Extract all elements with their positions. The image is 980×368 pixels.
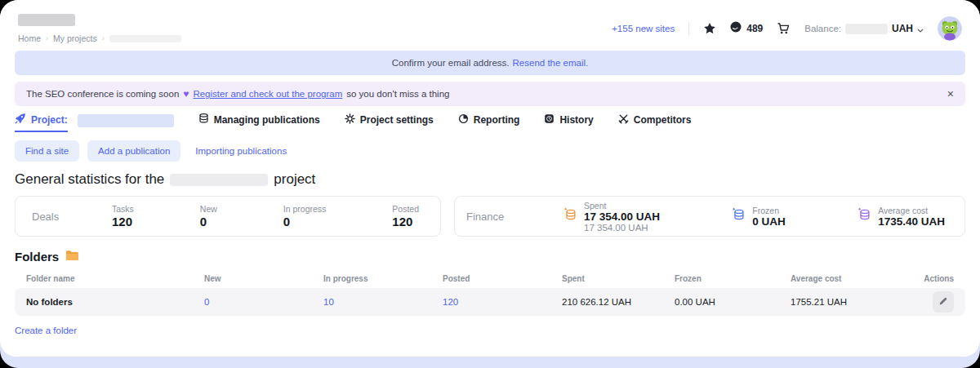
logo-redacted[interactable] — [18, 14, 75, 26]
deals-stat-new: New 0 — [200, 204, 217, 228]
tab-project[interactable]: Project: — [15, 113, 174, 132]
heading-text-before: General statistics for the — [15, 171, 164, 188]
stat-value: 0 UAH — [752, 215, 786, 228]
finance-stat-frozen: Frozen 0 UAH — [731, 201, 786, 233]
cell-posted-link[interactable]: 120 — [443, 297, 458, 307]
stat-value: 1735.40 UAH — [878, 215, 945, 228]
tab-label: Managing publications — [214, 114, 320, 126]
stat-subvalue: 17 354.00 UAH — [584, 223, 660, 233]
stat-value: 17 354.00 UAH — [584, 211, 660, 223]
stat-value: 120 — [112, 215, 134, 228]
cell-in-progress-link[interactable]: 10 — [323, 297, 334, 307]
resend-email-link[interactable]: Resend the email. — [513, 58, 589, 68]
heading-text-after: project — [274, 171, 315, 188]
stat-value: 120 — [392, 215, 419, 228]
app-window: Home › My projects › +155 new sites — [0, 0, 980, 368]
tab-competitors[interactable]: Competitors — [618, 113, 692, 132]
stat-value: 0 — [200, 215, 217, 228]
tab-label: Project settings — [360, 114, 434, 126]
stat-label: Spent — [584, 201, 660, 211]
tab-project-settings[interactable]: Project settings — [345, 113, 434, 132]
folders-table: Folder name New In progress Posted Spent… — [15, 268, 965, 316]
deals-stat-in-progress: In progress 0 — [283, 204, 327, 228]
balance-label: Balance: — [804, 24, 841, 33]
balance-dropdown[interactable]: Balance: UAH — [804, 21, 924, 36]
coins-average-icon — [857, 207, 871, 225]
cart-icon[interactable] — [777, 22, 791, 35]
stat-label: Average cost — [878, 206, 945, 215]
balance-amount-redacted — [845, 24, 888, 34]
deals-card-label: Deals — [32, 211, 112, 223]
cell-folder-name: No folders — [26, 297, 204, 307]
chevron-down-icon — [917, 21, 924, 36]
column-folder-name: Folder name — [26, 274, 204, 283]
create-folder-link[interactable]: Create a folder — [15, 326, 77, 335]
stat-label: New — [200, 204, 217, 214]
coins-frozen-icon — [731, 207, 746, 225]
coin-count: 489 — [746, 23, 763, 34]
deals-stat-posted: Posted 120 — [392, 204, 419, 228]
add-publication-button[interactable]: Add a publication — [87, 140, 180, 162]
favorites-star-icon[interactable] — [703, 22, 716, 35]
folder-icon — [65, 250, 79, 264]
top-bar: Home › My projects › +155 new sites — [0, 0, 980, 41]
topbar-right: +155 new sites 489 Balance: UA — [612, 12, 962, 41]
new-sites-link[interactable]: +155 new sites — [612, 24, 675, 33]
finance-card: Finance Spent 17 354.00 UAH 17 354.00 UA… — [454, 196, 965, 237]
table-header: Folder name New In progress Posted Spent… — [15, 268, 965, 288]
finance-stat-spent: Spent 17 354.00 UAH 17 354.00 UAH — [563, 201, 660, 233]
deals-columns: Tasks 120 New 0 In progress 0 Posted 120 — [112, 204, 419, 228]
conference-banner: The SEO conference is coming soon ♥ Regi… — [15, 82, 965, 106]
tab-managing-publications[interactable]: Managing publications — [198, 113, 320, 132]
column-posted: Posted — [443, 274, 562, 283]
gear-icon — [345, 113, 355, 126]
find-site-button[interactable]: Find a site — [15, 140, 79, 162]
email-confirm-banner: Confirm your email address. Resend the e… — [15, 51, 965, 75]
bonus-balance[interactable]: 489 — [730, 21, 763, 36]
tab-label: History — [559, 114, 593, 126]
action-buttons: Find a site Add a publication Importing … — [15, 140, 965, 162]
balance-currency: UAH — [892, 23, 913, 34]
breadcrumb-separator: › — [46, 34, 48, 42]
stat-label: Frozen — [752, 206, 786, 215]
import-publications-link[interactable]: Importing publications — [195, 146, 287, 156]
conference-register-link[interactable]: Register and check out the program — [193, 89, 342, 99]
stat-label: Tasks — [112, 204, 134, 214]
tab-history[interactable]: History — [544, 113, 593, 132]
stat-value: 0 — [283, 215, 327, 228]
breadcrumb-separator: › — [102, 34, 105, 42]
coins-spent-icon — [563, 207, 577, 225]
column-new: New — [204, 274, 323, 283]
pencil-icon — [938, 296, 948, 308]
column-average-cost: Average cost — [791, 274, 913, 283]
close-icon[interactable]: × — [947, 88, 954, 100]
finance-card-label: Finance — [466, 211, 563, 223]
tab-label: Competitors — [634, 114, 692, 126]
tab-reporting[interactable]: Reporting — [458, 113, 520, 132]
deals-stat-tasks: Tasks 120 — [112, 204, 134, 228]
edit-folder-button[interactable] — [933, 291, 954, 313]
stat-cards: Deals Tasks 120 New 0 In progress 0 — [15, 196, 965, 237]
folders-heading-text: Folders — [15, 250, 59, 264]
user-avatar[interactable] — [938, 16, 962, 41]
stat-label: In progress — [283, 204, 327, 214]
cell-average-cost: 1755.21 UAH — [791, 297, 913, 307]
tab-project-label: Project: — [31, 114, 68, 126]
column-frozen: Frozen — [675, 274, 791, 283]
page-title: General statistics for the project — [15, 171, 965, 188]
deals-card: Deals Tasks 120 New 0 In progress 0 — [15, 196, 441, 237]
column-spent: Spent — [562, 274, 675, 283]
breadcrumb-my-projects[interactable]: My projects — [53, 33, 97, 43]
cell-new-link[interactable]: 0 — [204, 297, 209, 307]
column-actions: Actions — [924, 274, 954, 283]
conference-text-after: so you don't miss a thing — [346, 89, 449, 99]
database-icon — [198, 113, 209, 126]
heading-project-redacted — [170, 174, 268, 186]
breadcrumb-home[interactable]: Home — [18, 33, 41, 43]
page-content: Home › My projects › +155 new sites — [0, 0, 980, 357]
coin-icon — [730, 21, 742, 36]
breadcrumb-project-redacted — [109, 35, 181, 42]
table-row: No folders 0 10 120 210 626.12 UAH 0.00 … — [15, 288, 965, 316]
breadcrumb: Home › My projects › — [18, 33, 181, 43]
crossed-swords-icon — [618, 113, 629, 126]
